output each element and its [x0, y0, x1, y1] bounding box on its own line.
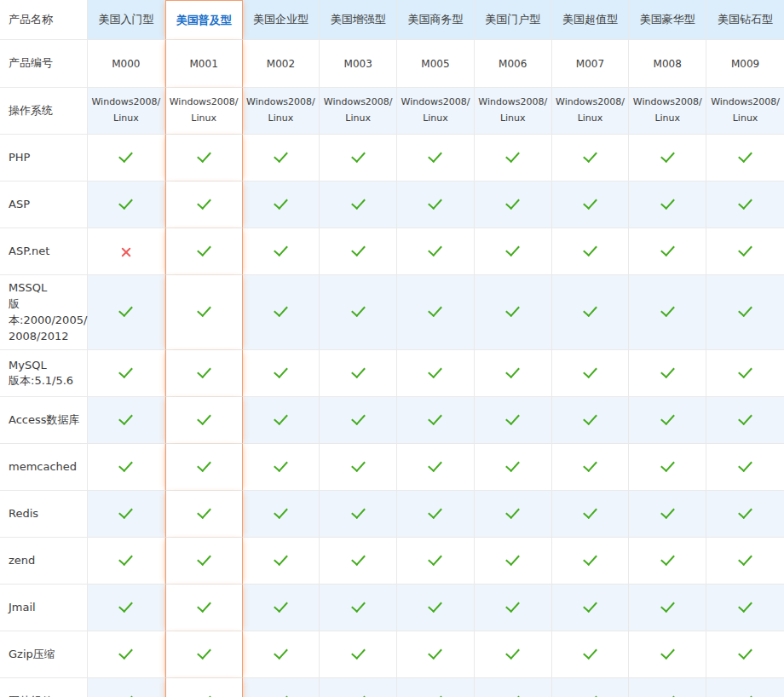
feature-cell	[475, 678, 552, 697]
check-icon	[351, 645, 366, 660]
check-icon	[274, 458, 288, 472]
row-label: 产品编号	[0, 40, 88, 88]
feature-cell	[552, 678, 630, 697]
row-label: ASP	[0, 181, 88, 228]
feature-cell	[629, 585, 706, 631]
check-icon	[197, 147, 211, 162]
check-icon	[583, 504, 597, 519]
feature-cell	[320, 538, 397, 585]
check-icon	[583, 598, 597, 613]
product-name-header[interactable]: 美国超值型	[552, 0, 630, 40]
product-comparison-page: 产品名称美国入门型美国普及型美国企业型美国增强型美国商务型美国门户型美国超值型美…	[0, 0, 784, 697]
product-code-cell: M005	[397, 40, 475, 88]
product-name-header[interactable]: 美国钻石型	[706, 0, 784, 40]
feature-cell	[320, 491, 397, 538]
check-icon	[351, 302, 366, 317]
check-icon	[274, 364, 288, 378]
feature-cell	[706, 350, 784, 397]
table-row-feature: zend	[0, 538, 784, 585]
os-cell: Windows2008/ Linux	[320, 88, 397, 135]
check-icon	[660, 302, 675, 317]
check-icon	[119, 551, 134, 566]
feature-cell	[320, 228, 397, 275]
row-label: memcached	[0, 444, 88, 491]
feature-cell	[88, 491, 165, 538]
check-icon	[660, 194, 675, 209]
check-icon	[738, 458, 752, 472]
feature-cell	[165, 491, 243, 538]
table-row-feature: Gzip压缩	[0, 631, 784, 678]
table-row-feature: MSSQL 版本:2000/2005/ 2008/2012	[0, 275, 784, 350]
feature-cell	[397, 181, 475, 228]
check-icon	[119, 147, 134, 162]
check-icon	[197, 302, 211, 317]
check-icon	[429, 458, 443, 472]
check-icon	[505, 241, 520, 256]
check-icon	[119, 645, 134, 660]
check-icon	[505, 692, 520, 697]
check-icon	[660, 411, 675, 425]
table-row-product-codes: 产品编号M000M001M002M003M005M006M007M008M009	[0, 40, 784, 88]
feature-cell	[475, 228, 552, 275]
table-row-feature: PHP	[0, 135, 784, 181]
table-row-feature: ASP	[0, 181, 784, 228]
check-icon	[660, 458, 675, 472]
product-name-header[interactable]: 美国商务型	[397, 0, 475, 40]
feature-cell	[629, 678, 706, 697]
feature-cell	[165, 181, 243, 228]
row-label: Access数据库	[0, 397, 88, 444]
feature-cell	[552, 135, 630, 181]
check-icon	[351, 147, 366, 162]
feature-cell	[88, 678, 165, 697]
product-name-header[interactable]: 美国豪华型	[629, 0, 706, 40]
feature-cell	[243, 491, 320, 538]
check-icon	[660, 645, 675, 660]
product-name-header[interactable]: 美国普及型	[165, 0, 243, 40]
feature-cell	[243, 228, 320, 275]
check-icon	[583, 551, 597, 566]
product-name-header[interactable]: 美国增强型	[320, 0, 397, 40]
feature-cell	[552, 228, 630, 275]
check-icon	[351, 411, 366, 425]
product-name-header[interactable]: 美国企业型	[243, 0, 320, 40]
check-icon	[274, 645, 288, 660]
check-icon	[119, 598, 134, 613]
check-icon	[274, 194, 288, 209]
os-cell: Windows2008/ Linux	[552, 88, 630, 135]
feature-cell	[629, 228, 706, 275]
feature-cell	[706, 491, 784, 538]
comparison-table-body: 产品名称美国入门型美国普及型美国企业型美国增强型美国商务型美国门户型美国超值型美…	[0, 0, 784, 697]
check-icon	[505, 411, 520, 425]
check-icon	[119, 504, 134, 519]
feature-cell	[629, 397, 706, 444]
feature-cell	[397, 491, 475, 538]
check-icon	[351, 241, 366, 256]
check-icon	[429, 692, 443, 697]
feature-cell	[552, 181, 630, 228]
product-code-cell: M008	[629, 40, 706, 88]
os-cell: Windows2008/ Linux	[706, 88, 784, 135]
feature-cell	[629, 538, 706, 585]
feature-cell	[320, 275, 397, 350]
product-code-cell: M007	[552, 40, 630, 88]
row-label: 图片组件	[0, 678, 88, 697]
table-row-feature: ASP.net	[0, 228, 784, 275]
feature-cell	[165, 397, 243, 444]
product-name-header[interactable]: 美国门户型	[475, 0, 552, 40]
product-name-header[interactable]: 美国入门型	[88, 0, 165, 40]
feature-cell	[320, 135, 397, 181]
row-label: MSSQL 版本:2000/2005/ 2008/2012	[0, 275, 88, 350]
feature-cell	[320, 350, 397, 397]
feature-cell	[475, 491, 552, 538]
feature-cell	[88, 228, 165, 275]
row-label: MySQL 版本:5.1/5.6	[0, 350, 88, 397]
check-icon	[738, 551, 752, 566]
check-icon	[583, 302, 597, 317]
feature-cell	[706, 538, 784, 585]
table-row-feature: memcached	[0, 444, 784, 491]
feature-cell	[165, 444, 243, 491]
feature-cell	[243, 350, 320, 397]
feature-cell	[88, 181, 165, 228]
feature-cell	[397, 585, 475, 631]
feature-cell	[552, 397, 630, 444]
